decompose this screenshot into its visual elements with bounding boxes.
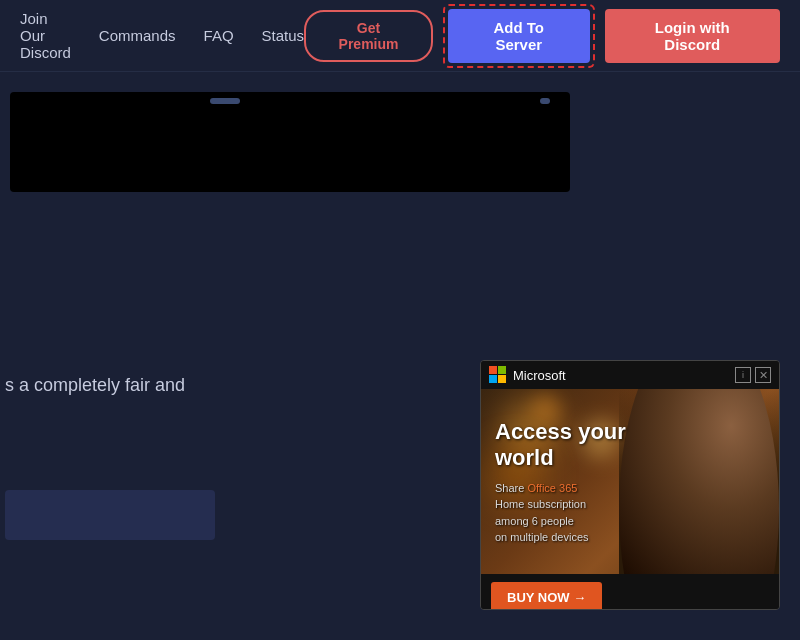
ad-overlay: Microsoft i ✕ Access your world Share Of… xyxy=(480,360,780,610)
login-with-discord-button[interactable]: Login with Discord xyxy=(605,9,780,63)
ad-text-block: Access your world Share Office 365 Home … xyxy=(495,419,679,546)
microsoft-grid-logo xyxy=(489,366,507,384)
ad-sub-line3: among 6 people xyxy=(495,515,574,527)
ad-cta-button[interactable]: BUY NOW → xyxy=(491,582,602,610)
ad-sub-line4: on multiple devices xyxy=(495,531,589,543)
ms-green-square xyxy=(498,366,506,374)
ad-brand-logo: Microsoft xyxy=(489,366,566,384)
body-text-content: s a completely fair and xyxy=(5,375,185,395)
ms-yellow-square xyxy=(498,375,506,383)
body-text: s a completely fair and xyxy=(5,372,185,399)
video-dot2 xyxy=(540,98,550,104)
ms-blue-square xyxy=(489,375,497,383)
ad-top-bar: Microsoft i ✕ xyxy=(481,361,779,389)
nav-commands[interactable]: Commands xyxy=(99,27,176,44)
get-premium-button[interactable]: Get Premium xyxy=(304,10,433,62)
nav-buttons: Get Premium Add To Server Login with Dis… xyxy=(304,4,780,68)
ad-sub-line2: Home subscription xyxy=(495,498,586,510)
nav-join-discord[interactable]: Join Our Discord xyxy=(20,10,71,61)
ad-sub-highlight: Office 365 xyxy=(527,482,577,494)
ad-cta-bar: BUY NOW → xyxy=(481,574,779,610)
add-to-server-wrapper: Add To Server xyxy=(443,4,595,68)
video-dot xyxy=(210,98,240,104)
navbar: Join Our Discord Commands FAQ Status Get… xyxy=(0,0,800,72)
ad-sub-line1: Share xyxy=(495,482,527,494)
ad-info-button[interactable]: i xyxy=(735,367,751,383)
ad-headline: Access your world xyxy=(495,419,679,472)
ad-brand-name: Microsoft xyxy=(513,368,566,383)
video-block xyxy=(10,92,570,192)
add-to-server-button[interactable]: Add To Server xyxy=(448,9,590,63)
ad-controls: i ✕ xyxy=(735,367,771,383)
nav-status[interactable]: Status xyxy=(262,27,305,44)
ad-subtext: Share Office 365 Home subscription among… xyxy=(495,480,679,546)
ad-background: Access your world Share Office 365 Home … xyxy=(481,389,779,574)
ad-close-button[interactable]: ✕ xyxy=(755,367,771,383)
blue-rect-button[interactable] xyxy=(5,490,215,540)
main-content: s a completely fair and Microsoft i ✕ xyxy=(0,72,800,640)
nav-links: Join Our Discord Commands FAQ Status xyxy=(20,10,304,61)
ms-red-square xyxy=(489,366,497,374)
nav-faq[interactable]: FAQ xyxy=(204,27,234,44)
